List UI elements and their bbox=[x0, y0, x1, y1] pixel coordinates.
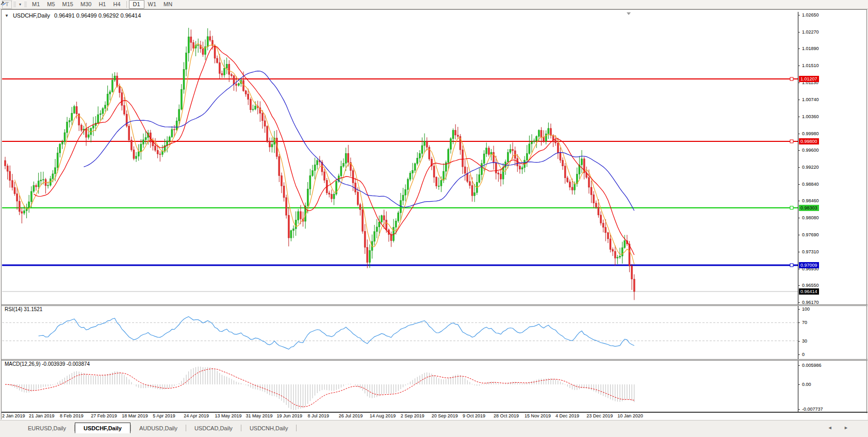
candle-body bbox=[521, 168, 523, 169]
panel-splitter[interactable] bbox=[2, 359, 867, 361]
timeframe-button-h1[interactable]: H1 bbox=[95, 1, 109, 8]
candle-body bbox=[440, 181, 442, 186]
axis-tick bbox=[798, 83, 800, 83]
candle-body bbox=[436, 177, 437, 186]
chart-tab-usdcad[interactable]: USDCAD,Daily bbox=[186, 423, 241, 433]
candle-body bbox=[614, 251, 616, 258]
axis-tick bbox=[798, 66, 800, 66]
chart-window: ▼ USDCHF,Daily 0.96491 0.96499 0.96292 0… bbox=[1, 9, 867, 419]
date-label: 5 Apr 2019 bbox=[153, 413, 175, 418]
candle-body bbox=[226, 64, 227, 68]
timeframe-button-mn[interactable]: MN bbox=[160, 1, 176, 8]
price-tick-label: 0.98080 bbox=[802, 215, 819, 220]
candle-body bbox=[479, 175, 480, 182]
timeframe-button-m5[interactable]: M5 bbox=[43, 1, 58, 8]
candle-body bbox=[574, 184, 576, 190]
panel-splitter[interactable] bbox=[2, 304, 867, 306]
axis-tick bbox=[798, 322, 800, 323]
candle-body bbox=[488, 148, 489, 155]
date-label: 31 May 2019 bbox=[245, 413, 272, 418]
candle-body bbox=[581, 159, 583, 165]
candle-body bbox=[119, 87, 120, 93]
timeframe-button-w1[interactable]: W1 bbox=[144, 1, 160, 8]
candle-body bbox=[529, 144, 530, 154]
line-studies-dropdown[interactable]: ▾ bbox=[18, 2, 23, 7]
candle-body bbox=[159, 154, 161, 154]
price-tick-label: 0.99980 bbox=[802, 131, 819, 136]
candle-body bbox=[617, 257, 618, 258]
current-price-label: 0.96414 bbox=[799, 288, 819, 295]
candle-body bbox=[588, 177, 589, 187]
candle-body bbox=[109, 92, 111, 94]
timeframe-button-d1[interactable]: D1 bbox=[129, 0, 144, 9]
candle-body bbox=[438, 186, 439, 186]
candle-body bbox=[631, 266, 633, 279]
candle-body bbox=[493, 152, 495, 163]
chart-tab-eurusd[interactable]: EURUSD,Daily bbox=[20, 423, 74, 433]
toolbar-gripper bbox=[24, 1, 27, 8]
candle-body bbox=[495, 163, 497, 173]
timeframe-button-m30[interactable]: M30 bbox=[77, 1, 95, 8]
candle-body bbox=[42, 180, 44, 180]
candle-body bbox=[550, 128, 551, 136]
candle-body bbox=[343, 164, 345, 167]
price-tick-label: 0.99600 bbox=[802, 148, 819, 153]
chart-shift-marker[interactable] bbox=[627, 12, 631, 15]
date-label: 10 Jan 2020 bbox=[617, 413, 643, 418]
candle-body bbox=[124, 105, 125, 114]
main-price-chart[interactable] bbox=[2, 12, 798, 305]
timeframe-button-m15[interactable]: M15 bbox=[59, 1, 77, 8]
candle-body bbox=[117, 76, 118, 86]
timeframe-buttons: M1M5M15M30H1H4D1W1MN bbox=[28, 0, 176, 9]
price-axis-line bbox=[798, 12, 798, 412]
chevron-down-icon[interactable]: ▼ bbox=[5, 13, 9, 18]
candle-body bbox=[269, 141, 270, 147]
candle-body bbox=[86, 129, 87, 137]
hline-handle bbox=[790, 264, 793, 267]
timeframe-button-m1[interactable]: M1 bbox=[28, 1, 43, 8]
candle-body bbox=[121, 93, 123, 106]
candle-body bbox=[407, 180, 408, 190]
axis-tick bbox=[798, 252, 800, 252]
candle-body bbox=[5, 160, 6, 166]
toolbar-gripper bbox=[13, 1, 16, 8]
candle-body bbox=[290, 231, 292, 238]
macd-panel[interactable] bbox=[2, 360, 798, 412]
time-axis[interactable]: 2 Jan 201921 Jan 20198 Feb 201927 Feb 20… bbox=[2, 413, 867, 420]
date-label: 28 Oct 2019 bbox=[494, 413, 519, 418]
candle-body bbox=[359, 205, 361, 210]
tab-scroll-right-icon[interactable]: ► bbox=[844, 425, 854, 430]
rsi-panel[interactable] bbox=[2, 305, 798, 360]
chart-tab-audusd[interactable]: AUDUSD,Daily bbox=[131, 423, 186, 433]
candle-body bbox=[379, 222, 380, 226]
candle-body bbox=[448, 149, 449, 163]
price-tick-label: 1.02650 bbox=[802, 12, 819, 18]
candle-body bbox=[557, 143, 559, 153]
candle-body bbox=[80, 125, 82, 131]
candle-body bbox=[567, 178, 568, 182]
axis-tick bbox=[798, 285, 800, 286]
candle-body bbox=[286, 198, 287, 215]
candle-body bbox=[357, 192, 358, 205]
tab-scroll-left-icon[interactable]: ◄ bbox=[828, 425, 838, 430]
candle-body bbox=[555, 140, 556, 143]
candle-body bbox=[171, 130, 173, 137]
chart-tab-usdchf[interactable]: USDCHF,Daily bbox=[75, 423, 130, 433]
candle-body bbox=[457, 135, 458, 137]
candle-body bbox=[309, 175, 311, 189]
chart-tab-usdcnh[interactable]: USDCNH,Daily bbox=[241, 423, 297, 433]
candle-body bbox=[40, 180, 42, 181]
candle-body bbox=[593, 195, 595, 203]
hline-price-label: 0.99800 bbox=[799, 138, 819, 144]
candle-body bbox=[314, 165, 316, 170]
candle-body bbox=[238, 84, 239, 86]
candle-body bbox=[317, 160, 318, 165]
timeframe-button-h4[interactable]: H4 bbox=[109, 1, 124, 8]
axis-tick bbox=[798, 100, 800, 100]
candle-body bbox=[543, 137, 545, 141]
candle-body bbox=[507, 152, 509, 162]
price-tick-label: 0.97310 bbox=[802, 249, 819, 254]
axis-tick bbox=[798, 341, 800, 342]
candle-body bbox=[71, 113, 73, 120]
candle-body bbox=[452, 130, 454, 138]
